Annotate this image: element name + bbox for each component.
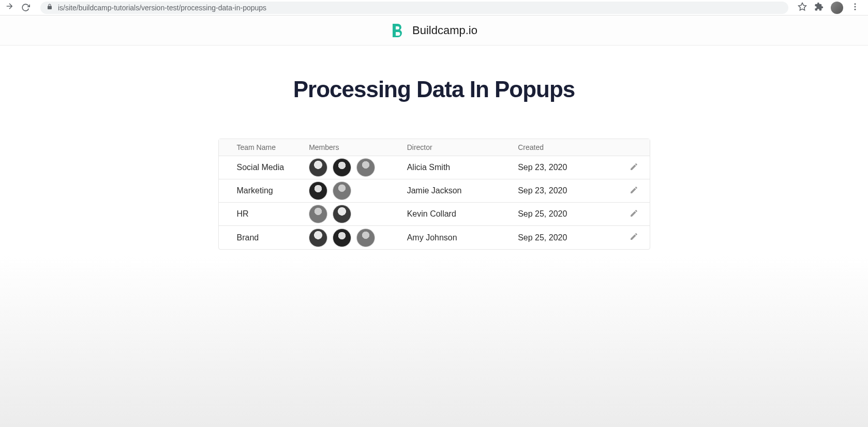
cell-members (309, 181, 407, 200)
member-avatars (309, 205, 407, 223)
cell-team-name: Social Media (219, 163, 309, 172)
cell-action (619, 232, 650, 243)
cell-team-name: Marketing (219, 186, 309, 195)
address-bar[interactable]: is/site/buildcamp-tutorials/version-test… (40, 2, 788, 14)
header-action (619, 143, 650, 151)
member-avatar (333, 158, 351, 177)
cell-director: Amy Johnson (407, 233, 518, 242)
edit-icon[interactable] (630, 162, 638, 173)
page-title: Processing Data In Popups (293, 77, 575, 102)
lock-icon (47, 4, 53, 11)
edit-icon[interactable] (630, 209, 638, 220)
cell-action (619, 209, 650, 220)
url-text: is/site/buildcamp-tutorials/version-test… (58, 4, 266, 12)
cell-created: Sep 23, 2020 (518, 186, 619, 195)
cell-members (309, 228, 407, 247)
page-content: Processing Data In Popups Team Name Memb… (0, 45, 868, 427)
cell-director: Kevin Collard (407, 209, 518, 219)
table-header: Team Name Members Director Created (219, 139, 650, 156)
edit-icon[interactable] (630, 186, 638, 196)
profile-avatar[interactable] (831, 2, 843, 14)
header-members: Members (309, 143, 407, 151)
header-created: Created (518, 143, 619, 151)
table-row: BrandAmy JohnsonSep 25, 2020 (219, 226, 650, 249)
svg-marker-0 (799, 3, 806, 10)
header-team-name: Team Name (219, 143, 309, 151)
cell-team-name: Brand (219, 233, 309, 242)
chrome-actions (798, 2, 864, 14)
cell-created: Sep 25, 2020 (518, 233, 619, 242)
member-avatars (309, 228, 407, 247)
table-row: Social MediaAlicia SmithSep 23, 2020 (219, 156, 650, 179)
svg-point-3 (855, 8, 856, 10)
table-row: MarketingJamie JacksonSep 23, 2020 (219, 179, 650, 203)
cell-action (619, 162, 650, 173)
cell-created: Sep 23, 2020 (518, 163, 619, 172)
header-director: Director (407, 143, 518, 151)
cell-team-name: HR (219, 209, 309, 219)
table-row: HRKevin CollardSep 25, 2020 (219, 203, 650, 226)
member-avatars (309, 158, 407, 177)
site-name: Buildcamp.io (412, 24, 477, 37)
svg-point-1 (855, 3, 856, 5)
member-avatar (333, 205, 351, 223)
cell-director: Alicia Smith (407, 163, 518, 172)
member-avatars (309, 181, 407, 200)
cell-members (309, 158, 407, 177)
member-avatar (309, 228, 327, 247)
star-icon[interactable] (798, 2, 807, 13)
cell-director: Jamie Jackson (407, 186, 518, 195)
buildcamp-logo-icon (391, 22, 405, 39)
member-avatar (309, 158, 327, 177)
member-avatar (309, 181, 327, 200)
cell-action (619, 186, 650, 196)
page-header: Buildcamp.io (0, 16, 868, 45)
member-avatar (356, 158, 375, 177)
member-avatar (333, 228, 351, 247)
more-menu-icon[interactable] (850, 2, 860, 13)
member-avatar (356, 228, 375, 247)
extensions-icon[interactable] (814, 2, 824, 13)
edit-icon[interactable] (630, 232, 638, 243)
svg-point-2 (855, 6, 856, 7)
member-avatar (333, 181, 351, 200)
reload-icon[interactable] (20, 2, 31, 13)
cell-created: Sep 25, 2020 (518, 209, 619, 219)
cell-members (309, 205, 407, 223)
member-avatar (309, 205, 327, 223)
forward-arrow-icon[interactable] (4, 2, 14, 13)
teams-table: Team Name Members Director Created Socia… (218, 139, 650, 250)
browser-chrome: is/site/buildcamp-tutorials/version-test… (0, 0, 868, 16)
